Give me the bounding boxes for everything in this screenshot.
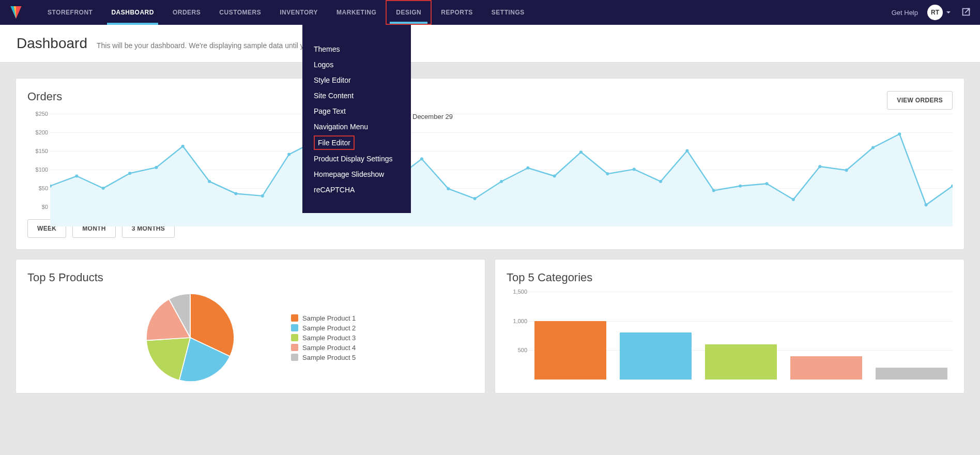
y-tick: $100 [36, 166, 48, 173]
svg-point-8 [181, 145, 185, 148]
products-legend: Sample Product 1Sample Product 2Sample P… [291, 314, 356, 361]
legend-label: Sample Product 4 [302, 344, 356, 352]
legend-item: Sample Product 2 [291, 324, 356, 332]
nav-inventory[interactable]: INVENTORY [270, 0, 327, 25]
nav-orders[interactable]: ORDERS [163, 0, 210, 25]
nav-design[interactable]: DESIGN [386, 0, 432, 25]
svg-point-36 [925, 203, 928, 206]
app-logo[interactable] [8, 5, 24, 20]
page-subtitle: This will be your dashboard. We're displ… [97, 41, 330, 50]
top-products-title: Top 5 Products [27, 271, 473, 284]
svg-point-10 [234, 192, 237, 195]
avatar: RT [927, 5, 943, 20]
chevron-down-icon [946, 9, 951, 17]
svg-point-20 [500, 180, 503, 183]
user-menu[interactable]: RT [927, 5, 951, 20]
y-tick: $150 [36, 148, 48, 154]
title-bar: Dashboard This will be your dashboard. W… [0, 25, 980, 63]
svg-point-29 [739, 185, 742, 188]
legend-label: Sample Product 5 [302, 354, 356, 361]
top-categories-title: Top 5 Categories [507, 271, 953, 284]
legend-swatch [291, 354, 298, 361]
products-pie-chart [146, 294, 234, 382]
svg-point-24 [606, 172, 609, 175]
bar-y-tick: 1,000 [513, 318, 527, 324]
legend-swatch [291, 334, 298, 341]
legend-item: Sample Product 4 [291, 344, 356, 352]
legend-label: Sample Product 2 [302, 324, 356, 332]
svg-point-25 [633, 168, 636, 171]
dropdown-page-text[interactable]: Page Text [314, 103, 400, 119]
svg-point-17 [420, 157, 423, 160]
page-title: Dashboard [17, 35, 87, 52]
nav-reports[interactable]: REPORTS [432, 0, 482, 25]
legend-label: Sample Product 3 [302, 334, 356, 342]
svg-point-19 [473, 197, 477, 200]
svg-point-21 [526, 166, 529, 170]
svg-point-28 [712, 189, 715, 192]
svg-point-34 [871, 146, 875, 149]
svg-point-31 [792, 198, 795, 201]
nav-dashboard[interactable]: DASHBOARD [102, 0, 163, 25]
orders-title: Orders [27, 90, 62, 103]
external-link-icon[interactable] [960, 6, 972, 19]
nav-storefront[interactable]: STOREFRONT [38, 0, 102, 25]
legend-swatch [291, 344, 298, 351]
design-dropdown: ThemesLogosStyle EditorSite ContentPage … [302, 25, 411, 213]
svg-point-18 [447, 187, 450, 190]
orders-chart: $0$50$100$150$200$250 December 29 [27, 114, 953, 207]
dropdown-themes[interactable]: Themes [314, 41, 400, 57]
svg-point-5 [102, 187, 105, 190]
bar [876, 368, 947, 380]
dropdown-file-editor[interactable]: File Editor [314, 135, 355, 150]
svg-point-26 [659, 180, 662, 183]
bar [790, 356, 862, 380]
dropdown-homepage-slideshow[interactable]: Homepage Slideshow [314, 166, 400, 182]
dropdown-style-editor[interactable]: Style Editor [314, 72, 400, 88]
svg-point-12 [287, 153, 290, 156]
bar [705, 344, 777, 380]
view-orders-button[interactable]: VIEW ORDERS [887, 91, 953, 110]
svg-point-30 [765, 182, 768, 185]
nav-settings[interactable]: SETTINGS [482, 0, 534, 25]
legend-item: Sample Product 5 [291, 354, 356, 361]
legend-label: Sample Product 1 [302, 314, 356, 322]
y-tick: $200 [36, 129, 48, 135]
bar [534, 321, 606, 380]
legend-item: Sample Product 3 [291, 334, 356, 342]
legend-item: Sample Product 1 [291, 314, 356, 322]
dropdown-site-content[interactable]: Site Content [314, 88, 400, 103]
y-tick: $50 [39, 185, 48, 191]
dropdown-logos[interactable]: Logos [314, 57, 400, 72]
svg-point-32 [818, 165, 821, 168]
svg-point-6 [128, 172, 131, 175]
legend-swatch [291, 314, 298, 322]
get-help-link[interactable]: Get Help [892, 9, 918, 17]
legend-swatch [291, 324, 298, 331]
y-tick: $250 [36, 111, 48, 117]
nav-customers[interactable]: CUSTOMERS [210, 0, 270, 25]
top-categories-card: Top 5 Categories 5001,0001,500 [495, 259, 964, 393]
svg-point-22 [553, 174, 556, 177]
svg-point-33 [845, 169, 848, 172]
top-nav: STOREFRONTDASHBOARDORDERSCUSTOMERSINVENT… [0, 0, 980, 25]
dropdown-product-display-settings[interactable]: Product Display Settings [314, 151, 400, 166]
bar [620, 332, 692, 380]
svg-point-35 [898, 132, 901, 135]
svg-point-23 [579, 150, 583, 154]
orders-card: Orders VIEW ORDERS $0$50$100$150$200$250… [16, 78, 964, 250]
bar-y-tick: 500 [518, 347, 527, 353]
dropdown-recaptcha[interactable]: reCAPTCHA [314, 182, 400, 198]
y-tick: $0 [42, 204, 48, 210]
bar-y-tick: 1,500 [513, 289, 527, 295]
svg-point-9 [208, 180, 211, 183]
svg-point-4 [75, 174, 78, 177]
top-products-card: Top 5 Products Sample Product 1Sample Pr… [16, 259, 485, 393]
nav-marketing[interactable]: MARKETING [327, 0, 386, 25]
svg-point-11 [261, 194, 264, 198]
categories-bar-chart: 5001,0001,500 [507, 292, 953, 380]
svg-point-27 [685, 149, 688, 153]
dropdown-navigation-menu[interactable]: Navigation Menu [314, 119, 400, 134]
svg-point-7 [155, 166, 158, 169]
